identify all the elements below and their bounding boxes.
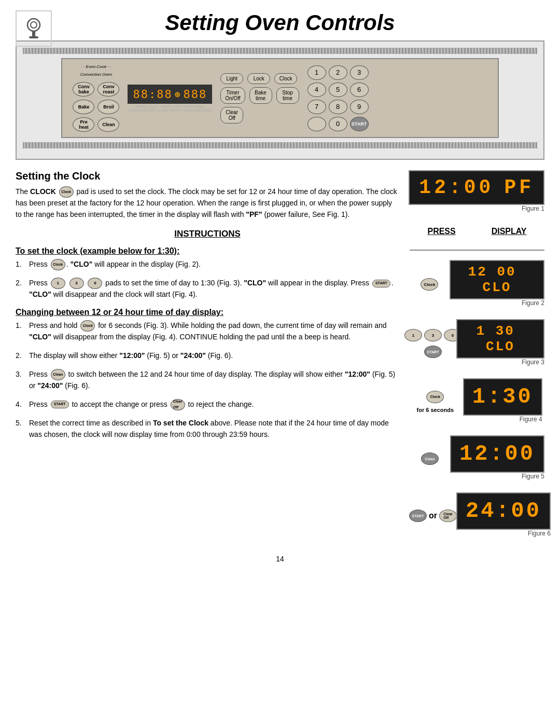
fig1-time: 12:00 xyxy=(419,176,494,199)
num-5-btn[interactable]: 5 xyxy=(329,83,347,97)
num-0-btn[interactable]: 0 xyxy=(329,117,347,131)
fig3-label: Figure 3 xyxy=(522,359,544,366)
display-header: DISPLAY xyxy=(492,227,527,236)
panel-label-line1: · · Even-Cook · · xyxy=(73,64,119,69)
change-step-5-text: Reset the correct time as described in T… xyxy=(29,418,399,440)
page-title: Setting Oven Controls xyxy=(165,10,395,35)
fig1-label: Figure 1 xyxy=(522,205,544,212)
clock-inline-icon: Clock xyxy=(59,186,74,198)
change-step-5: 5. Reset the correct time as described i… xyxy=(16,418,399,440)
light-btn[interactable]: Light xyxy=(220,73,243,84)
logo xyxy=(16,10,52,47)
main-content: Setting the Clock The CLOCK Clock pad is… xyxy=(16,170,544,544)
fig4-label: Figure 4 xyxy=(520,416,542,423)
clock-icon-2: Clock xyxy=(426,391,444,403)
panel-label-line2: Convection Oven xyxy=(73,72,119,77)
panel-mid-btn-row: Bake Broil xyxy=(73,100,119,114)
or-text: or xyxy=(429,511,437,520)
clock-ref-2: Clock xyxy=(80,320,95,332)
change-step-4: 4. Press START to accept the change or p… xyxy=(16,399,399,410)
num1-icon: 1 xyxy=(404,329,422,341)
bake-btn[interactable]: Bake xyxy=(73,100,94,114)
start-ref-2: START xyxy=(51,401,69,408)
panel-left-buttons: · · Even-Cook · · Convection Oven Convba… xyxy=(73,64,119,132)
fig1-pf: PF xyxy=(504,176,534,199)
panel-decoration-bottom xyxy=(23,142,537,148)
num-3-btn[interactable]: 3 xyxy=(350,65,369,80)
display-time: 88:88 xyxy=(133,88,172,101)
panel-display-area: 88:88 ⊛ 888 TIMED DELAY TIMER CONV BAKE … xyxy=(128,85,212,112)
for-6-seconds-label: for 6 seconds xyxy=(417,407,454,413)
panel-display: 88:88 ⊛ 888 xyxy=(128,85,212,104)
fig6-right: 24:00 Figure 6 xyxy=(456,492,551,539)
clean-btn-panel[interactable]: Clean xyxy=(97,117,119,132)
start-icon-2: START xyxy=(409,510,427,522)
press-start-or-clear: START or ClearOff xyxy=(410,510,456,522)
fig6-label: Figure 6 xyxy=(528,530,551,537)
num-2-btn[interactable]: 2 xyxy=(329,65,347,80)
panel-numpad: 1 2 3 4 5 6 7 8 9 0 START xyxy=(307,65,369,131)
change-step-2-text: The display will show either "12:00" (Fi… xyxy=(29,350,233,362)
pre-heat-btn[interactable]: Preheat xyxy=(73,117,94,132)
figure-1-block: 12:00 PF Figure 1 xyxy=(410,170,544,214)
timer-onoff-btn[interactable]: TimerOn/Off xyxy=(220,87,245,104)
display-extra: 888 xyxy=(183,88,207,101)
panel-mid-buttons: Light Lock Clock TimerOn/Off Baketime St… xyxy=(220,73,299,123)
fig6-display: 24:00 xyxy=(456,492,551,530)
num-8-btn[interactable]: 8 xyxy=(329,100,347,114)
panel-decoration xyxy=(23,48,537,54)
clock-btn-panel[interactable]: Clock xyxy=(274,73,297,84)
change-step-2: 2. The display will show either "12:00" … xyxy=(16,350,399,362)
setting-clock-title: Setting the Clock xyxy=(16,170,399,182)
figure-4-block: Clock for 6 seconds 1:30 Figure 4 xyxy=(410,378,544,425)
start-btn-panel[interactable]: START xyxy=(350,117,369,131)
num-9-btn[interactable]: 9 xyxy=(350,100,369,114)
num-1-btn[interactable]: 1 xyxy=(307,65,326,80)
fig2-label: Figure 2 xyxy=(522,299,544,307)
left-column: Setting the Clock The CLOCK Clock pad is… xyxy=(16,170,399,544)
start-ref-1: START xyxy=(372,280,390,287)
step-1-text: Press Clock. "CLO" will appear in the di… xyxy=(29,259,201,270)
clear-off-btn-panel[interactable]: ClearOff xyxy=(220,107,243,123)
clear-off-icon: ClearOff xyxy=(439,510,457,522)
subsection1-title: To set the clock (example below for 1:30… xyxy=(16,246,399,256)
panel-inner: · · Even-Cook · · Convection Oven Convba… xyxy=(61,58,498,138)
figure-6-block: START or ClearOff 24:00 Figure 6 xyxy=(410,492,544,539)
fig2-right: 12 00 CLO Figure 2 xyxy=(450,260,544,309)
step-1: 1. Press Clock. "CLO" will appear in the… xyxy=(16,259,399,270)
subsection2-title: Changing between 12 or 24 hour time of d… xyxy=(16,308,399,317)
change-step-4-text: Press START to accept the change or pres… xyxy=(29,399,254,410)
press-clean: Clean xyxy=(410,452,450,465)
clock-bold: CLOCK xyxy=(30,187,56,196)
divider xyxy=(410,250,544,251)
stop-time-btn[interactable]: Stoptime xyxy=(276,87,299,104)
fig4-right: 1:30 Figure 4 xyxy=(463,378,542,425)
start-or-clear-row: START or ClearOff xyxy=(409,510,457,522)
num-btns-row: 1 3 0 xyxy=(404,329,461,341)
fig3-right: 1 30 CLO Figure 3 xyxy=(456,319,544,368)
num1-ref: 1 xyxy=(51,278,65,289)
clean-icon: Clean xyxy=(421,452,439,465)
mid-btn-row-3: ClearOff xyxy=(220,107,299,123)
num-empty-btn xyxy=(307,117,326,131)
start-icon: START xyxy=(424,346,442,358)
page-number: 14 xyxy=(16,555,544,563)
bake-time-btn[interactable]: Baketime xyxy=(249,87,272,104)
fig5-label: Figure 5 xyxy=(522,473,544,480)
conv-bake-btn[interactable]: Convbake xyxy=(73,82,94,97)
lock-btn[interactable]: Lock xyxy=(247,73,270,84)
press-clock-hold: Clock for 6 seconds xyxy=(412,391,458,413)
figure-3-block: 1 3 0 START 1 30 CLO Figure 3 xyxy=(410,319,544,368)
num-6-btn[interactable]: 6 xyxy=(350,83,369,97)
fig5-right: 12:00 Figure 5 xyxy=(450,435,544,482)
num-7-btn[interactable]: 7 xyxy=(307,100,326,114)
conv-roast-btn[interactable]: Convroast xyxy=(97,82,119,97)
change-step-1-text: Press and hold Clock for 6 seconds (Fig.… xyxy=(29,320,399,343)
num3-ref: 3 xyxy=(69,278,84,289)
figure-5-block: Clean 12:00 Figure 5 xyxy=(410,435,544,482)
step-2: 2. Press 1 3 0 pads to set the time of d… xyxy=(16,278,399,300)
svg-point-1 xyxy=(31,22,37,28)
num-4-btn[interactable]: 4 xyxy=(307,83,326,97)
broil-btn[interactable]: Broil xyxy=(97,100,119,114)
right-column: 12:00 PF Figure 1 PRESS DISPLAY Clock 12… xyxy=(410,170,544,544)
